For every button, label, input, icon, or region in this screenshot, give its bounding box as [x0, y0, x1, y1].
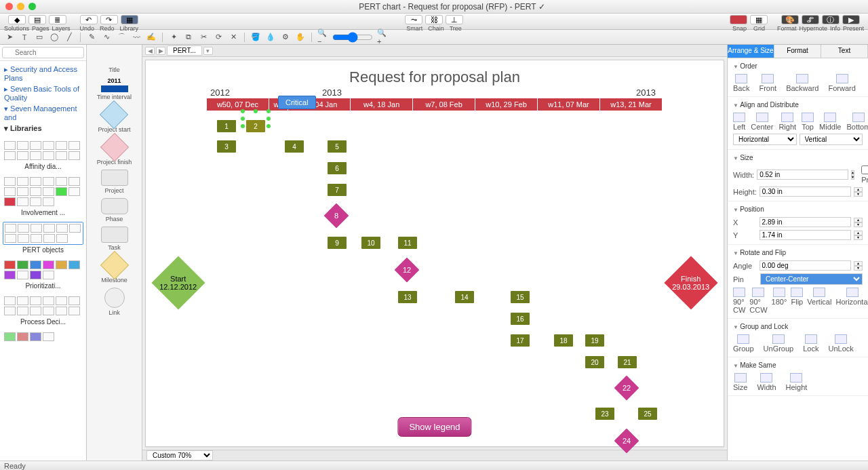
milestone-node-8[interactable]: 8	[324, 203, 349, 229]
y-input[interactable]	[760, 230, 851, 240]
tab-next-button[interactable]: ▶	[156, 47, 165, 55]
zoom-window-button[interactable]	[28, 3, 36, 10]
rect-tool[interactable]: ▭	[34, 32, 45, 43]
finish-node[interactable]: Finish29.03.2013	[664, 256, 717, 309]
shape-project-start[interactable]: Project start	[98, 104, 130, 133]
tab-menu-button[interactable]: ▾	[203, 47, 213, 55]
library-button[interactable]: ▦	[121, 15, 138, 24]
task-node-18[interactable]: 18	[554, 334, 573, 347]
milestone-node-22[interactable]: 22	[614, 376, 639, 401]
tree-item[interactable]: ▸ Security and Access Plans	[4, 64, 82, 83]
rotate-ccw-button[interactable]: 90° CCW	[749, 288, 767, 314]
library-involvement[interactable]: Involvement ...	[3, 176, 83, 216]
flip-horizontal-button[interactable]: Horizontal	[835, 288, 868, 314]
height-input[interactable]	[760, 187, 851, 197]
task-node-19[interactable]: 19	[585, 334, 604, 347]
task-node-4[interactable]: 4	[285, 140, 304, 153]
align-center-button[interactable]: Center	[751, 113, 773, 131]
angle-input[interactable]	[760, 260, 851, 271]
zoom-slider[interactable]	[332, 32, 373, 43]
arc-tool[interactable]: ⌒	[116, 32, 127, 43]
shape-task[interactable]: Task	[101, 227, 128, 251]
rotate-cw-button[interactable]: 90° CW	[733, 288, 745, 314]
undo-button[interactable]: ↶	[80, 15, 98, 24]
chain-connector-button[interactable]: ⛓	[425, 15, 443, 24]
distribute-vertical-select[interactable]: Vertical	[800, 134, 863, 145]
pin-select[interactable]: Center-Center	[760, 273, 863, 285]
line-tool[interactable]: ╱	[64, 32, 75, 43]
library-affinity[interactable]: Affinity dia...	[3, 140, 83, 170]
same-width-button[interactable]: Width	[757, 373, 776, 391]
rotate-180-button[interactable]: 180°	[772, 288, 787, 314]
align-bottom-button[interactable]: Bottom	[846, 113, 868, 131]
tree-item[interactable]: ▾ Seven Management and	[4, 103, 82, 123]
unlock-button[interactable]: UnLock	[828, 334, 853, 353]
task-node-5[interactable]: 5	[328, 140, 347, 153]
bezier-tool[interactable]: ∿	[101, 32, 112, 43]
task-node-15[interactable]: 15	[511, 291, 530, 303]
align-left-button[interactable]: Left	[733, 113, 745, 131]
start-node[interactable]: Start12.12.2012	[151, 256, 205, 309]
grid-button[interactable]: ▦	[750, 15, 768, 24]
zoom-out-button[interactable]: 🔍−	[317, 32, 328, 43]
align-right-button[interactable]: Right	[778, 113, 796, 131]
tree-item[interactable]: ▸ Seven Basic Tools of Quality	[4, 83, 82, 103]
hand-tool[interactable]: ✋	[295, 32, 306, 43]
task-node-1[interactable]: 1	[217, 120, 236, 132]
shape-title[interactable]: Title	[101, 49, 128, 73]
hypernote-button[interactable]: 🖇	[802, 15, 819, 24]
task-node-17[interactable]: 17	[511, 334, 530, 347]
task-node-13[interactable]: 13	[398, 291, 417, 303]
tab-text[interactable]: Text	[821, 45, 868, 58]
same-size-button[interactable]: Size	[733, 373, 747, 391]
layers-button[interactable]: ≣	[49, 15, 66, 24]
milestone-node-12[interactable]: 12	[395, 258, 420, 283]
task-node-2[interactable]: 2	[246, 120, 265, 132]
lock-button[interactable]: Lock	[803, 334, 818, 353]
group-button[interactable]: Group	[733, 334, 754, 353]
order-backward-button[interactable]: Backward	[786, 74, 818, 92]
width-input[interactable]	[757, 170, 848, 180]
edit-points-tool[interactable]: ✦	[168, 32, 179, 43]
spline-tool[interactable]: 〰	[131, 32, 142, 43]
snap-button[interactable]	[730, 15, 747, 24]
stamp-tool[interactable]: ⚙	[280, 32, 291, 43]
page-tab[interactable]: PERT...	[167, 45, 202, 56]
library-pert[interactable]: PERT objects	[3, 222, 83, 254]
shape-project[interactable]: Project	[101, 170, 128, 194]
order-back-button[interactable]: Back	[733, 74, 749, 92]
solutions-button[interactable]: ◆	[8, 15, 26, 24]
ungroup-button[interactable]: UnGroup	[764, 334, 794, 353]
canvas[interactable]: Request for proposal plan 2012 2013 2013…	[145, 60, 724, 447]
task-node-25[interactable]: 25	[638, 408, 657, 420]
fill-tool[interactable]: 🪣	[250, 32, 261, 43]
tree-connector-button[interactable]: ⊥	[446, 15, 463, 24]
libraries-header[interactable]: ▾ Libraries	[4, 123, 82, 134]
eyedropper-tool[interactable]: 💧	[265, 32, 276, 43]
flip-button[interactable]: Flip	[791, 288, 803, 314]
close-window-button[interactable]	[5, 3, 13, 10]
measure-tool[interactable]: ✕	[228, 32, 239, 43]
order-front-button[interactable]: Front	[759, 74, 776, 92]
redo-button[interactable]: ↷	[100, 15, 118, 24]
pages-button[interactable]: ▤	[28, 15, 46, 24]
task-node-23[interactable]: 23	[595, 408, 614, 420]
shape-phase[interactable]: Phase	[101, 198, 128, 222]
order-forward-button[interactable]: Forward	[828, 74, 855, 92]
task-node-7[interactable]: 7	[328, 184, 347, 196]
lock-proportions-checkbox[interactable]	[861, 165, 868, 174]
minimize-window-button[interactable]	[17, 3, 24, 10]
pen-tool[interactable]: ✎	[86, 32, 97, 43]
task-node-14[interactable]: 14	[455, 291, 474, 303]
task-node-3[interactable]: 3	[217, 140, 236, 153]
break-tool[interactable]: ✂	[198, 32, 209, 43]
search-input[interactable]	[2, 47, 84, 58]
task-node-11[interactable]: 11	[398, 237, 417, 249]
present-button[interactable]: ▶	[842, 15, 860, 24]
x-input[interactable]	[760, 217, 851, 227]
shape-milestone[interactable]: Milestone	[101, 255, 127, 283]
info-button[interactable]: ⓘ	[822, 15, 840, 24]
zoom-select[interactable]: Custom 70%	[146, 450, 213, 461]
same-height-button[interactable]: Height	[786, 373, 808, 391]
task-node-6[interactable]: 6	[328, 162, 347, 174]
